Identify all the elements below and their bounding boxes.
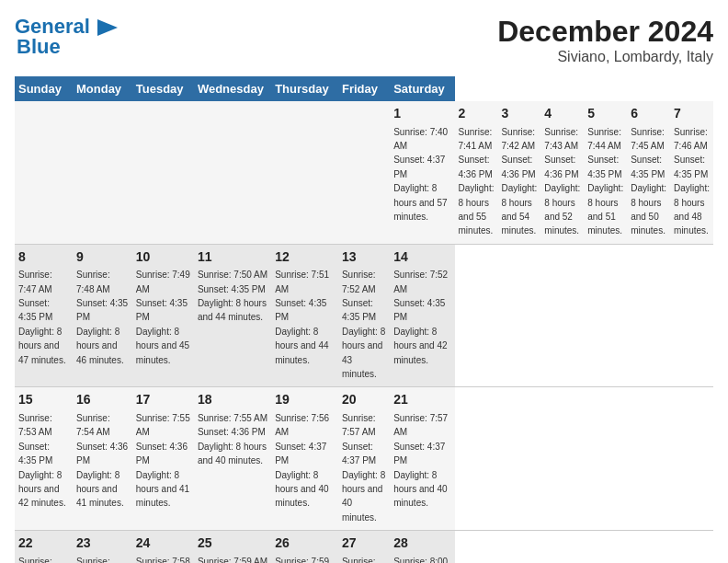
table-row: 6Sunrise: 7:45 AMSunset: 4:35 PMDaylight… (627, 101, 670, 244)
svg-marker-0 (97, 19, 118, 36)
calendar-subtitle: Siviano, Lombardy, Italy (497, 49, 713, 65)
table-row: 27Sunrise: 7:59 AMSunset: 4:41 PMDayligh… (338, 531, 390, 563)
col-friday: Friday (338, 76, 390, 101)
day-info: Sunrise: 7:56 AMSunset: 4:37 PMDaylight:… (275, 413, 329, 508)
day-number: 15 (18, 391, 69, 409)
table-row: 3Sunrise: 7:42 AMSunset: 4:36 PMDaylight… (497, 101, 540, 244)
day-number: 8 (18, 248, 69, 267)
day-info: Sunrise: 7:52 AMSunset: 4:35 PMDaylight:… (342, 270, 385, 379)
day-info: Sunrise: 7:51 AMSunset: 4:35 PMDaylight:… (275, 270, 329, 364)
col-saturday: Saturday (390, 76, 454, 101)
day-number: 22 (18, 534, 69, 553)
table-row: 20Sunrise: 7:57 AMSunset: 4:37 PMDayligh… (338, 387, 390, 531)
day-info: Sunrise: 7:59 AMSunset: 4:41 PMDaylight:… (342, 557, 385, 563)
day-number: 13 (342, 248, 386, 267)
calendar-week-row: 22Sunrise: 7:58 AMSunset: 4:38 PMDayligh… (15, 531, 713, 563)
day-info: Sunrise: 7:52 AMSunset: 4:35 PMDaylight:… (393, 270, 448, 364)
day-number: 12 (275, 248, 335, 267)
table-row: 18Sunrise: 7:55 AMSunset: 4:36 PMDayligh… (194, 387, 271, 531)
table-row: 12Sunrise: 7:51 AMSunset: 4:35 PMDayligh… (271, 244, 338, 387)
calendar-header-row: Sunday Monday Tuesday Wednesday Thursday… (15, 76, 713, 101)
day-info: Sunrise: 7:48 AMSunset: 4:35 PMDaylight:… (76, 270, 128, 364)
table-row: 17Sunrise: 7:55 AMSunset: 4:36 PMDayligh… (132, 387, 194, 531)
day-info: Sunrise: 7:43 AMSunset: 4:36 PMDaylight:… (544, 127, 580, 236)
day-number: 23 (76, 534, 129, 553)
day-number: 26 (275, 534, 335, 553)
col-sunday: Sunday (15, 76, 73, 101)
day-number: 27 (342, 534, 386, 553)
day-number: 28 (393, 534, 450, 553)
calendar-title-block: December 2024 Siviano, Lombardy, Italy (497, 15, 713, 65)
table-row: 11Sunrise: 7:50 AMSunset: 4:35 PMDayligh… (194, 244, 271, 387)
day-info: Sunrise: 7:58 AMSunset: 4:39 PMDaylight:… (76, 557, 128, 563)
day-number: 7 (674, 105, 710, 123)
day-number: 1 (393, 105, 450, 123)
day-info: Sunrise: 7:41 AMSunset: 4:36 PMDaylight:… (459, 127, 495, 236)
table-row: 16Sunrise: 7:54 AMSunset: 4:36 PMDayligh… (73, 387, 132, 531)
calendar-table: Sunday Monday Tuesday Wednesday Thursday… (15, 76, 713, 563)
calendar-title: December 2024 (497, 15, 713, 49)
table-row: 28Sunrise: 8:00 AMSunset: 4:42 PMDayligh… (390, 531, 454, 563)
day-number: 16 (76, 391, 129, 409)
table-row (73, 101, 132, 244)
day-info: Sunrise: 7:57 AMSunset: 4:37 PMDaylight:… (393, 413, 448, 508)
day-info: Sunrise: 8:00 AMSunset: 4:42 PMDaylight:… (393, 557, 448, 563)
logo: General Blue (15, 15, 118, 59)
day-number: 6 (631, 105, 666, 123)
day-info: Sunrise: 7:55 AMSunset: 4:36 PMDaylight:… (198, 413, 267, 465)
table-row: 7Sunrise: 7:46 AMSunset: 4:35 PMDaylight… (670, 101, 713, 244)
table-row: 25Sunrise: 7:59 AMSunset: 4:40 PMDayligh… (194, 531, 271, 563)
day-info: Sunrise: 7:54 AMSunset: 4:36 PMDaylight:… (76, 413, 128, 508)
table-row: 23Sunrise: 7:58 AMSunset: 4:39 PMDayligh… (73, 531, 132, 563)
day-info: Sunrise: 7:58 AMSunset: 4:39 PMDaylight:… (136, 557, 190, 563)
day-info: Sunrise: 7:59 AMSunset: 4:40 PMDaylight:… (275, 557, 329, 563)
day-info: Sunrise: 7:58 AMSunset: 4:38 PMDaylight:… (18, 557, 66, 563)
table-row: 8Sunrise: 7:47 AMSunset: 4:35 PMDaylight… (15, 244, 73, 387)
calendar-week-row: 1Sunrise: 7:40 AMSunset: 4:37 PMDaylight… (15, 101, 713, 244)
day-number: 17 (136, 391, 190, 409)
day-info: Sunrise: 7:57 AMSunset: 4:37 PMDaylight:… (342, 413, 385, 523)
day-info: Sunrise: 7:44 AMSunset: 4:35 PMDaylight:… (587, 127, 623, 236)
table-row: 13Sunrise: 7:52 AMSunset: 4:35 PMDayligh… (338, 244, 390, 387)
day-info: Sunrise: 7:42 AMSunset: 4:36 PMDaylight:… (501, 127, 537, 236)
day-info: Sunrise: 7:59 AMSunset: 4:40 PMDaylight:… (198, 557, 267, 563)
table-row: 21Sunrise: 7:57 AMSunset: 4:37 PMDayligh… (390, 387, 454, 531)
day-number: 4 (544, 105, 580, 123)
day-number: 24 (136, 534, 190, 553)
day-number: 10 (136, 248, 190, 267)
logo-arrow-icon (97, 19, 118, 36)
logo-subtext: Blue (17, 35, 61, 59)
table-row: 26Sunrise: 7:59 AMSunset: 4:40 PMDayligh… (271, 531, 338, 563)
table-row: 5Sunrise: 7:44 AMSunset: 4:35 PMDaylight… (584, 101, 627, 244)
table-row: 9Sunrise: 7:48 AMSunset: 4:35 PMDaylight… (73, 244, 132, 387)
day-info: Sunrise: 7:55 AMSunset: 4:36 PMDaylight:… (136, 413, 190, 508)
calendar-week-row: 8Sunrise: 7:47 AMSunset: 4:35 PMDaylight… (15, 244, 713, 387)
col-wednesday: Wednesday (194, 76, 271, 101)
table-row (338, 101, 390, 244)
col-monday: Monday (73, 76, 132, 101)
table-row: 1Sunrise: 7:40 AMSunset: 4:37 PMDaylight… (390, 101, 454, 244)
table-row (194, 101, 271, 244)
day-number: 9 (76, 248, 129, 267)
table-row (132, 101, 194, 244)
day-number: 25 (198, 534, 267, 553)
day-info: Sunrise: 7:45 AMSunset: 4:35 PMDaylight:… (631, 127, 666, 236)
day-info: Sunrise: 7:47 AMSunset: 4:35 PMDaylight:… (18, 270, 66, 364)
table-row: 2Sunrise: 7:41 AMSunset: 4:36 PMDaylight… (455, 101, 498, 244)
day-number: 18 (198, 391, 267, 409)
table-row: 10Sunrise: 7:49 AMSunset: 4:35 PMDayligh… (132, 244, 194, 387)
table-row: 4Sunrise: 7:43 AMSunset: 4:36 PMDaylight… (540, 101, 584, 244)
day-info: Sunrise: 7:46 AMSunset: 4:35 PMDaylight:… (674, 127, 710, 236)
day-info: Sunrise: 7:40 AMSunset: 4:37 PMDaylight:… (393, 127, 448, 222)
day-number: 19 (275, 391, 335, 409)
day-info: Sunrise: 7:49 AMSunset: 4:35 PMDaylight:… (136, 270, 190, 364)
table-row: 14Sunrise: 7:52 AMSunset: 4:35 PMDayligh… (390, 244, 454, 387)
calendar-week-row: 15Sunrise: 7:53 AMSunset: 4:35 PMDayligh… (15, 387, 713, 531)
day-info: Sunrise: 7:53 AMSunset: 4:35 PMDaylight:… (18, 413, 66, 508)
table-row (271, 101, 338, 244)
page-header: General Blue December 2024 Siviano, Lomb… (15, 15, 713, 65)
day-number: 5 (587, 105, 623, 123)
col-thursday: Thursday (271, 76, 338, 101)
table-row: 15Sunrise: 7:53 AMSunset: 4:35 PMDayligh… (15, 387, 73, 531)
day-number: 2 (459, 105, 495, 123)
